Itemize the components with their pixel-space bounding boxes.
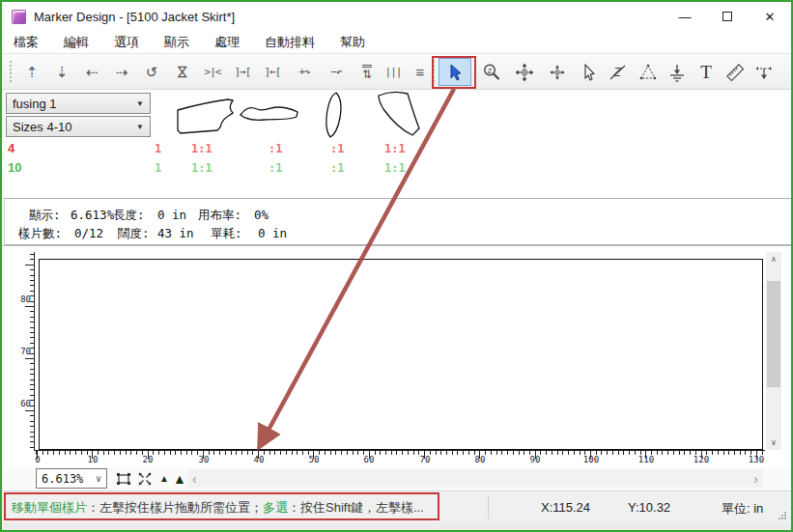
pattern-piece-4[interactable] bbox=[371, 91, 425, 139]
marker-canvas[interactable]: 80 70 60 0 10 20 30 40 50 60 70 80 90 10… bbox=[2, 245, 791, 467]
measure-piece-icon bbox=[638, 63, 658, 82]
pattern-piece-3[interactable] bbox=[323, 91, 346, 139]
pieces-label: 樣片數: bbox=[18, 226, 62, 242]
title-bar: Marker Design - [5100 Jacket Skirt*] — ✕ bbox=[2, 2, 791, 31]
chevron-down-icon: ▼ bbox=[136, 123, 144, 131]
align-lines-icon: ≡ bbox=[416, 65, 425, 79]
v-ruler-label: 80 bbox=[8, 294, 31, 304]
nudge-up-button[interactable]: ⇡ bbox=[17, 58, 46, 86]
ratio-red-4: 1:1 bbox=[384, 142, 427, 155]
close-icon: ✕ bbox=[765, 10, 776, 24]
scroll-up-button[interactable]: ∧ bbox=[766, 252, 781, 266]
rotate-minus-button[interactable]: −↶ bbox=[322, 58, 351, 86]
width-value: 43 in bbox=[157, 226, 194, 240]
expand-view-icon bbox=[137, 471, 153, 487]
pattern-piece-1[interactable] bbox=[174, 95, 241, 139]
h-ruler-label: 110 bbox=[634, 455, 659, 464]
expand-right-button[interactable]: ]→[ bbox=[228, 58, 257, 86]
menu-help[interactable]: 幫助 bbox=[340, 34, 365, 51]
fabric-dropdown[interactable]: fusing 1 ▼ bbox=[6, 93, 151, 114]
collapse-gap-icon: >|< bbox=[205, 67, 221, 77]
rotate-button[interactable]: ↺ bbox=[137, 58, 166, 86]
menu-autonest[interactable]: 自動排料 bbox=[265, 34, 315, 51]
minimize-icon: — bbox=[679, 10, 692, 24]
toolbar-grip[interactable] bbox=[10, 61, 13, 82]
collapse-gap-button[interactable]: >|< bbox=[198, 58, 227, 86]
ratio-red-3: :1 bbox=[330, 142, 373, 155]
close-button[interactable]: ✕ bbox=[749, 3, 791, 30]
rotate-angle-button[interactable]: Z bbox=[604, 58, 633, 86]
select-tool-button[interactable] bbox=[439, 58, 471, 86]
align-lines-button[interactable]: ≡ bbox=[406, 58, 435, 86]
h-ruler-label: 130 bbox=[744, 455, 769, 464]
nudge-down-button[interactable]: ⇣ bbox=[47, 58, 76, 86]
pick-tool-button[interactable] bbox=[574, 58, 603, 86]
vertical-lines-button[interactable]: ||| bbox=[379, 58, 408, 86]
move-piece-button[interactable] bbox=[510, 58, 539, 86]
nudge-right-button[interactable]: ⇢ bbox=[107, 58, 136, 86]
guide-cross-icon bbox=[754, 63, 774, 82]
vertical-scrollbar-thumb[interactable] bbox=[767, 281, 780, 387]
h-ruler-label: 80 bbox=[467, 455, 493, 464]
cursor-x-value: X:115.24 bbox=[541, 500, 590, 515]
zoom-extents-button[interactable] bbox=[135, 468, 155, 489]
h-ruler-label: 120 bbox=[689, 455, 714, 464]
scroll-right-button[interactable]: › bbox=[753, 469, 758, 488]
menu-options[interactable]: 選項 bbox=[114, 34, 139, 51]
display-value: 6.613% bbox=[71, 208, 114, 222]
ground-drop-button[interactable] bbox=[663, 58, 692, 86]
info-panel: 顯示: 6.613% 長度: 0 in 用布率: 0% 樣片數: 0/12 闊度… bbox=[4, 198, 791, 245]
hint-multiselect-label: 多選 bbox=[263, 500, 288, 515]
fit-marker-button[interactable] bbox=[114, 468, 133, 489]
zoom-level-dropdown[interactable]: 6.613% ∨ bbox=[36, 468, 107, 489]
ratio-red-2: :1 bbox=[269, 142, 311, 155]
measure-piece-button[interactable] bbox=[634, 58, 663, 86]
svg-text:Z: Z bbox=[612, 65, 622, 79]
hint-text-1: ：左擊按住樣片拖動所需位置； bbox=[87, 500, 263, 515]
width-label: 闊度: bbox=[118, 226, 150, 242]
h-ruler-label: 20 bbox=[135, 455, 160, 464]
vertical-scrollbar[interactable]: ∧ ∨ bbox=[766, 252, 781, 450]
pattern-piece-2[interactable] bbox=[238, 102, 301, 127]
move-step-button[interactable] bbox=[543, 58, 572, 86]
rotate-plus-icon: +↷ bbox=[298, 67, 309, 77]
app-icon bbox=[12, 10, 26, 24]
menu-process[interactable]: 處理 bbox=[214, 34, 240, 51]
cursor-y-value: Y:10.32 bbox=[628, 500, 670, 515]
window-frame-bottom bbox=[2, 523, 791, 530]
flip-updown-button[interactable]: ⇅ bbox=[353, 58, 382, 86]
rotate-plus-button[interactable]: +↷ bbox=[290, 58, 319, 86]
ground-drop-icon bbox=[667, 63, 687, 82]
h-ruler-label: 40 bbox=[246, 455, 271, 464]
toolbar-grip-2[interactable] bbox=[433, 61, 436, 82]
guide-cross-button[interactable] bbox=[750, 58, 779, 86]
flip-updown-icon: ⇅ bbox=[362, 65, 372, 80]
select-tool-icon bbox=[445, 63, 465, 82]
expand-left-button[interactable]: ]←[ bbox=[258, 58, 287, 86]
scroll-left-button[interactable]: ‹ bbox=[192, 469, 197, 488]
maximize-button[interactable] bbox=[706, 3, 749, 30]
horizontal-scrollbar[interactable]: ‹ › bbox=[187, 469, 763, 488]
length-value: 0 in bbox=[157, 208, 186, 222]
text-tool-button[interactable]: T bbox=[692, 58, 721, 86]
rotate-minus-icon: −↶ bbox=[330, 67, 341, 77]
unit-label: 單位: in bbox=[722, 500, 763, 518]
resize-grip[interactable] bbox=[779, 512, 786, 519]
scroll-down-button[interactable]: ∨ bbox=[766, 435, 781, 450]
v-ruler-label: 70 bbox=[8, 347, 31, 356]
mirror-vertical-button[interactable]: ⋈ bbox=[168, 58, 197, 86]
chevron-down-icon: ∨ bbox=[96, 473, 101, 484]
fabric-dropdown-value: fusing 1 bbox=[13, 97, 57, 111]
h-ruler-label: 0 bbox=[25, 455, 50, 464]
ruler-tool-button[interactable] bbox=[721, 58, 750, 86]
menu-edit[interactable]: 編輯 bbox=[64, 34, 89, 51]
menu-view[interactable]: 顯示 bbox=[164, 34, 189, 51]
sizes-dropdown[interactable]: Sizes 4-10 ▼ bbox=[6, 116, 151, 137]
h-ruler-label: 70 bbox=[412, 455, 438, 464]
zoom-tool-button[interactable]: Z bbox=[477, 58, 506, 86]
expand-right-icon: ]→[ bbox=[235, 67, 251, 77]
nudge-left-button[interactable]: ⇠ bbox=[77, 58, 106, 86]
menu-file[interactable]: 檔案 bbox=[14, 34, 39, 51]
minimize-button[interactable]: — bbox=[664, 3, 706, 30]
mountain-large-icon[interactable]: ▲ bbox=[170, 468, 189, 489]
